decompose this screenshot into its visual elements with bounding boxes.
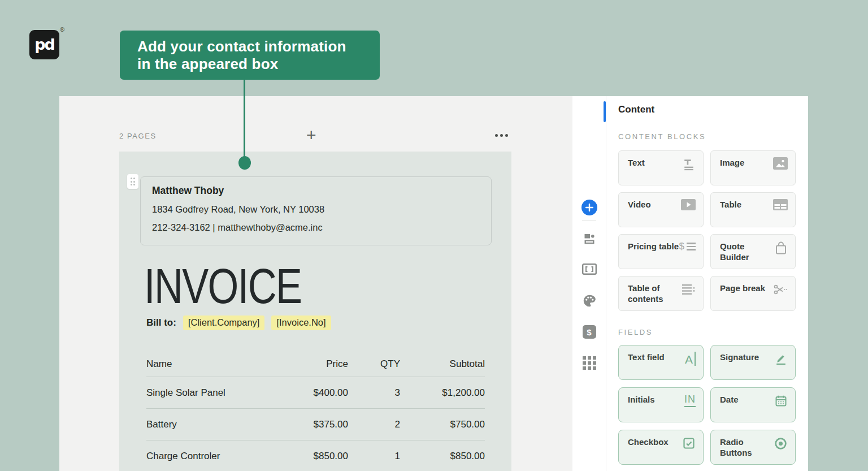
add-icon[interactable] <box>581 200 597 215</box>
apps-grid-icon[interactable] <box>583 356 596 370</box>
signature-icon <box>774 352 788 368</box>
sidebar-icon-rail: $ <box>572 96 606 471</box>
block-label: Table of contents <box>628 283 682 304</box>
item-price: $375.00 <box>283 419 348 430</box>
merge-token-invoice-no[interactable]: [Invoice.No] <box>271 316 331 330</box>
tooltip-connector-dot <box>238 156 251 170</box>
field-card-radio-buttons[interactable]: Radio Buttons <box>710 430 796 465</box>
pricing-table-icon: $ <box>679 241 696 252</box>
field-label: Radio Buttons <box>720 437 774 458</box>
quote-builder-icon <box>774 241 788 258</box>
table-row: Single Solar Panel $400.00 3 $1,200.00 <box>146 377 485 408</box>
date-icon <box>774 394 788 410</box>
invoice-table[interactable]: Name Price QTY Subtotal Single Solar Pan… <box>146 352 485 471</box>
table-row: Charge Controler $850.00 1 $850.00 <box>146 440 485 471</box>
checkbox-icon <box>682 437 696 452</box>
brackets-icon[interactable] <box>582 263 597 277</box>
initials-icon: IN <box>684 394 696 407</box>
field-label: Initials <box>628 394 682 405</box>
table-header-row: Name Price QTY Subtotal <box>146 352 485 377</box>
field-label: Signature <box>720 352 774 362</box>
field-card-date[interactable]: Date <box>710 387 796 422</box>
rail-divider <box>582 220 596 221</box>
block-label: Text <box>628 157 682 168</box>
column-header-subtotal: Subtotal <box>400 358 485 370</box>
column-header-qty: QTY <box>348 358 400 370</box>
contact-address: 1834 Godfrey Road, New York, NY 10038 <box>152 204 480 215</box>
contact-info-block[interactable]: Matthew Thoby 1834 Godfrey Road, New Yor… <box>140 176 492 245</box>
item-subtotal: $750.00 <box>400 419 485 430</box>
invoice-title: INVOICE <box>144 263 301 309</box>
text-icon <box>682 157 696 174</box>
fields-section-label: FIELDS <box>618 328 653 336</box>
text-field-icon: A <box>685 352 696 366</box>
block-card-quote-builder[interactable]: Quote Builder <box>710 234 796 269</box>
column-header-name: Name <box>146 358 283 370</box>
initials-glyph: IN <box>684 394 696 405</box>
radio-buttons-icon <box>774 437 788 453</box>
page-break-icon <box>773 283 788 299</box>
page-count-label: 2 PAGES <box>119 132 157 140</box>
image-icon <box>773 157 788 172</box>
block-card-table[interactable]: Table <box>710 192 796 227</box>
item-name: Single Solar Panel <box>146 387 283 399</box>
field-label: Date <box>720 394 774 405</box>
dollar-glyph: $ <box>679 241 684 252</box>
field-card-checkbox[interactable]: Checkbox <box>618 430 704 465</box>
block-card-pricing-table[interactable]: Pricing table $ <box>618 234 704 269</box>
item-subtotal: $850.00 <box>400 451 485 462</box>
bill-to-row: Bill to: [Client.Company] [Invoice.No] <box>146 316 331 330</box>
add-content-button[interactable]: + <box>306 126 316 145</box>
registered-trademark: ® <box>60 26 64 33</box>
merge-token-client-company[interactable]: [Client.Company] <box>183 316 265 330</box>
block-label: Video <box>628 199 682 210</box>
block-card-table-of-contents[interactable]: Table of contents <box>618 276 704 311</box>
block-label: Image <box>720 157 774 168</box>
fields-grid: Text field A Signature Initials IN Date <box>618 345 796 465</box>
dollar-glyph: $ <box>587 327 591 337</box>
onboarding-tooltip: Add your contact information in the appe… <box>120 31 380 80</box>
field-card-text-field[interactable]: Text field A <box>618 345 704 380</box>
content-blocks-grid: Text Image Video Table <box>618 150 796 311</box>
tooltip-line-2: in the appeared box <box>137 55 380 73</box>
table-row: Battery $375.00 2 $750.00 <box>146 408 485 440</box>
panel-title: Content <box>618 104 654 115</box>
block-drag-handle[interactable] <box>127 174 138 189</box>
palette-icon[interactable] <box>582 293 597 310</box>
field-card-initials[interactable]: Initials IN <box>618 387 704 422</box>
active-tab-indicator <box>604 101 606 122</box>
contact-phone-email: 212-324-3162 | matthewthoby@acme.inc <box>152 222 480 233</box>
item-name: Battery <box>146 419 283 430</box>
bill-to-label: Bill to: <box>146 317 176 329</box>
document-page: Matthew Thoby 1834 Godfrey Road, New Yor… <box>119 152 511 471</box>
logo-monogram: pd <box>34 36 54 53</box>
content-blocks-section-label: CONTENT BLOCKS <box>618 132 706 141</box>
table-icon <box>773 199 788 213</box>
table-of-contents-icon <box>681 283 696 297</box>
contact-name: Matthew Thoby <box>152 185 480 197</box>
field-label: Text field <box>628 352 682 362</box>
block-card-video[interactable]: Video <box>618 192 704 227</box>
block-card-text[interactable]: Text <box>618 150 704 185</box>
block-label: Quote Builder <box>720 241 774 262</box>
blocks-icon[interactable] <box>583 232 596 248</box>
block-card-page-break[interactable]: Page break <box>710 276 796 311</box>
tooltip-connector-line <box>244 80 245 159</box>
item-qty: 2 <box>348 419 400 430</box>
item-price: $400.00 <box>283 387 348 399</box>
column-header-price: Price <box>283 358 348 370</box>
item-qty: 3 <box>348 387 400 399</box>
block-card-image[interactable]: Image <box>710 150 796 185</box>
block-label: Pricing table <box>628 241 682 252</box>
more-options-button[interactable] <box>495 134 508 137</box>
field-card-signature[interactable]: Signature <box>710 345 796 380</box>
pandadoc-logo: pd ® <box>29 30 59 59</box>
block-label: Page break <box>720 283 774 293</box>
tooltip-line-1: Add your contact information <box>137 38 380 55</box>
item-name: Charge Controler <box>146 451 283 462</box>
letter-a-glyph: A <box>685 353 693 366</box>
field-label: Checkbox <box>628 437 682 447</box>
item-price: $850.00 <box>283 451 348 462</box>
dollar-icon[interactable]: $ <box>583 325 596 339</box>
block-label: Table <box>720 199 774 210</box>
